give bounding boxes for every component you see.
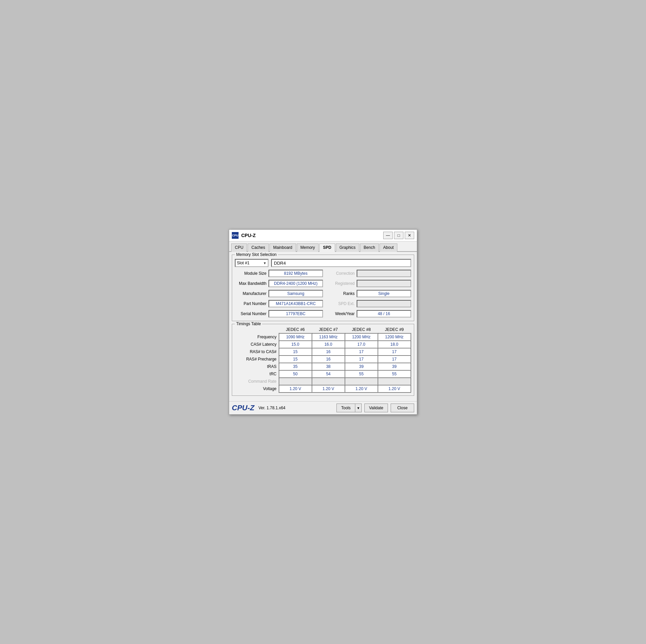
timing-cell [279,378,312,385]
timings-title: Timings Table [235,321,262,326]
slot-row: Slot #1 ▼ DDR4 [235,259,411,267]
content-area: Memory Slot Selection Slot #1 ▼ DDR4 [229,252,417,401]
timing-cell: 1.20 V [312,385,345,392]
tab-cpu[interactable]: CPU [231,243,247,252]
timing-row-label: CAS# Latency [235,341,279,348]
ranks-row: Ranks Single [323,289,411,298]
timings-row: Command Rate [235,378,411,385]
tab-about[interactable]: About [380,243,397,252]
spd-ext-value [357,300,411,307]
timing-cell [378,378,411,385]
tab-caches[interactable]: Caches [248,243,269,252]
timing-cell: 1.20 V [345,385,378,392]
tab-mainboard[interactable]: Mainboard [270,243,296,252]
manufacturer-row: Manufacturer Samsung [235,289,323,298]
timing-cell: 1200 MHz [378,333,411,341]
module-size-row: Module Size 8192 MBytes [235,269,323,278]
timing-cell: 1090 MHz [279,333,312,341]
restore-button[interactable]: □ [394,232,403,239]
timing-cell: 16 [312,348,345,355]
registered-row: Registered [323,279,411,288]
correction-label: Correction [323,271,357,276]
module-info-left: Module Size 8192 MBytes Max Bandwidth DD… [235,269,323,318]
serial-number-value: 17797EBC [268,310,323,317]
correction-value [357,270,411,277]
timing-cell: 55 [378,370,411,378]
max-bandwidth-row: Max Bandwidth DDR4-2400 (1200 MHz) [235,279,323,288]
footer: CPU-Z Ver. 1.78.1.x64 Tools ▼ Validate C… [229,401,417,414]
timing-cell: 39 [345,363,378,370]
timing-cell: 15 [279,355,312,363]
max-bandwidth-label: Max Bandwidth [235,281,268,286]
serial-number-row: Serial Number 17797EBC [235,309,323,318]
week-year-row: Week/Year 48 / 16 [323,309,411,318]
version-text: Ver. 1.78.1.x64 [258,406,334,410]
app-window: CPU CPU-Z — □ ✕ CPU Caches Mainboard Mem… [229,229,417,415]
module-size-label: Module Size [235,271,268,276]
th-empty [235,326,279,333]
timing-row-label: Voltage [235,385,279,392]
tab-bar: CPU Caches Mainboard Memory SPD Graphics… [229,241,417,252]
timing-cell: 15 [279,348,312,355]
th-jedec7: JEDEC #7 [312,326,345,333]
minimize-button[interactable]: — [383,232,393,239]
validate-button[interactable]: Validate [364,404,388,412]
ddr-type-field: DDR4 [271,259,411,267]
timing-cell: 1163 MHz [312,333,345,341]
tab-graphics[interactable]: Graphics [336,243,359,252]
timing-cell [345,378,378,385]
slot-selection-title: Memory Slot Selection [235,252,278,257]
registered-value [357,280,411,287]
timing-cell: 16 [312,355,345,363]
timings-row: RAS# Precharge15161717 [235,355,411,363]
timing-cell [312,378,345,385]
timings-row: Voltage1.20 V1.20 V1.20 V1.20 V [235,385,411,392]
timing-cell: 55 [345,370,378,378]
tools-button[interactable]: Tools [336,404,355,412]
timings-row: tRAS35383939 [235,363,411,370]
timing-cell: 54 [312,370,345,378]
close-window-button[interactable]: ✕ [405,232,414,239]
timings-row: CAS# Latency15.016.017.018.0 [235,341,411,348]
week-year-value: 48 / 16 [357,310,411,317]
timing-row-label: Command Rate [235,378,279,385]
timing-cell: 17 [345,348,378,355]
slot-dropdown-value: Slot #1 [237,261,249,265]
th-jedec8: JEDEC #8 [345,326,378,333]
close-button[interactable]: Close [391,404,414,412]
tools-dropdown-arrow[interactable]: ▼ [355,404,362,412]
manufacturer-label: Manufacturer [235,291,268,296]
th-jedec9: JEDEC #9 [378,326,411,333]
app-icon: CPU [232,232,239,239]
serial-number-label: Serial Number [235,311,268,316]
tab-bench[interactable]: Bench [360,243,379,252]
tab-spd[interactable]: SPD [319,243,335,252]
tab-memory[interactable]: Memory [297,243,319,252]
timing-cell: 50 [279,370,312,378]
timings-row: Frequency1090 MHz1163 MHz1200 MHz1200 MH… [235,333,411,341]
timing-row-label: RAS# to CAS# [235,348,279,355]
part-number-value: M471A1K43BB1-CRC [268,300,323,307]
ranks-label: Ranks [323,291,357,296]
slot-selection-group: Memory Slot Selection Slot #1 ▼ DDR4 [232,255,414,321]
timing-cell: 17 [378,348,411,355]
manufacturer-value: Samsung [268,290,323,297]
timing-cell: 1200 MHz [345,333,378,341]
timing-row-label: Frequency [235,333,279,341]
timing-cell: 39 [378,363,411,370]
timings-table: JEDEC #6 JEDEC #7 JEDEC #8 JEDEC #9 Freq… [235,326,411,393]
spd-ext-row: SPD Ext. [323,299,411,308]
part-number-row: Part Number M471A1K43BB1-CRC [235,299,323,308]
timing-cell: 1.20 V [378,385,411,392]
timings-group: Timings Table JEDEC #6 JEDEC #7 JEDEC #8… [232,324,414,396]
timings-row: RAS# to CAS#15161717 [235,348,411,355]
timing-cell: 16.0 [312,341,345,348]
window-controls: — □ ✕ [383,232,414,239]
module-info-grid: Module Size 8192 MBytes Max Bandwidth DD… [235,269,411,318]
app-title: CPU-Z [241,233,383,238]
timing-row-label: RAS# Precharge [235,355,279,363]
tools-button-group: Tools ▼ [336,404,362,412]
timing-cell: 17 [378,355,411,363]
slot-dropdown[interactable]: Slot #1 ▼ [235,259,268,267]
part-number-label: Part Number [235,301,268,306]
